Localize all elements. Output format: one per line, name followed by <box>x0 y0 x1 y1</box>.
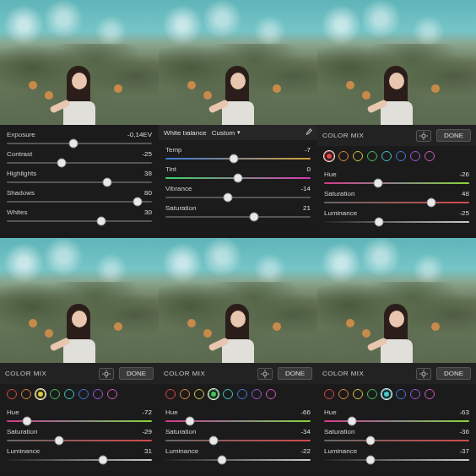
mix-controls: Hue -26 Saturation 48 Luminance -25 <box>317 165 476 233</box>
slider-value: 31 <box>144 447 152 455</box>
target-adjust-icon[interactable] <box>99 368 114 380</box>
slider-label: Hue <box>324 408 337 416</box>
preview-photo <box>0 0 159 125</box>
swatch-red[interactable] <box>324 151 334 161</box>
swatch-magenta[interactable] <box>425 151 435 161</box>
target-adjust-icon[interactable] <box>416 130 431 142</box>
slider-luminance[interactable] <box>7 456 152 464</box>
slider-value: -36 <box>459 428 469 435</box>
color-mix-title: COLOR MIX <box>322 132 364 139</box>
svg-point-0 <box>422 133 425 137</box>
swatch-purple[interactable] <box>252 389 262 399</box>
wb-mode-dropdown[interactable]: Custom ▾ <box>212 129 241 137</box>
slider-label: Contrast <box>7 150 32 158</box>
swatch-aqua[interactable] <box>381 151 392 161</box>
swatch-orange[interactable] <box>338 389 349 399</box>
swatch-yellow[interactable] <box>35 389 46 399</box>
slider-vibrance[interactable] <box>165 193 311 202</box>
panel-3: COLOR MIX DONE Hue -72 Saturation -29 Lu… <box>0 238 159 476</box>
slider-label: Luminance <box>7 447 40 455</box>
slider-value: 0 <box>307 165 311 173</box>
slider-whites[interactable] <box>7 217 152 225</box>
swatch-blue[interactable] <box>78 389 89 399</box>
done-button[interactable]: DONE <box>119 367 154 380</box>
swatch-purple[interactable] <box>410 389 420 399</box>
preview-photo <box>317 0 476 125</box>
preview-photo <box>317 238 476 363</box>
slider-saturation[interactable] <box>324 198 469 207</box>
slider-temp[interactable] <box>165 154 311 163</box>
slider-label: Saturation <box>165 204 196 212</box>
swatch-yellow[interactable] <box>194 389 204 399</box>
target-adjust-icon[interactable] <box>416 368 431 380</box>
slider-hue[interactable] <box>165 417 311 425</box>
done-button[interactable]: DONE <box>278 367 312 380</box>
preview-photo <box>159 238 317 363</box>
swatch-yellow[interactable] <box>353 151 363 161</box>
target-adjust-icon[interactable] <box>257 368 273 380</box>
slider-hue[interactable] <box>324 179 469 187</box>
slider-value: -29 <box>142 428 152 435</box>
swatch-magenta[interactable] <box>425 389 435 399</box>
swatch-orange[interactable] <box>338 151 349 161</box>
swatch-purple[interactable] <box>93 389 103 399</box>
swatch-aqua[interactable] <box>64 389 74 399</box>
slider-saturation[interactable] <box>7 436 152 445</box>
slider-label: Shadows <box>7 189 35 197</box>
slider-highlights[interactable] <box>7 178 152 187</box>
slider-label: Hue <box>324 170 337 178</box>
slider-exposure[interactable] <box>7 139 152 148</box>
swatch-aqua[interactable] <box>381 389 392 399</box>
swatch-blue[interactable] <box>396 389 406 399</box>
panel-2: COLOR MIX DONE Hue -26 Saturation 48 Lum… <box>317 0 476 238</box>
swatch-green[interactable] <box>50 389 60 399</box>
swatch-blue[interactable] <box>396 151 406 161</box>
slider-luminance[interactable] <box>324 456 469 464</box>
slider-label: Luminance <box>324 209 357 217</box>
slider-tint[interactable] <box>165 174 311 182</box>
slider-label: Whites <box>7 208 27 216</box>
slider-value: 21 <box>303 204 311 212</box>
swatch-purple[interactable] <box>410 151 420 161</box>
slider-label: Luminance <box>324 447 357 455</box>
slider-label: Exposure <box>7 131 35 138</box>
swatch-orange[interactable] <box>21 389 31 399</box>
swatch-red[interactable] <box>324 389 334 399</box>
preview-photo <box>159 0 317 125</box>
slider-value: -37 <box>459 447 469 455</box>
mix-controls: Hue -66 Saturation -34 Luminance -22 <box>159 403 317 471</box>
slider-saturation[interactable] <box>165 436 311 445</box>
swatch-green[interactable] <box>367 389 377 399</box>
slider-luminance[interactable] <box>165 456 311 464</box>
swatch-green[interactable] <box>367 151 377 161</box>
slider-contrast[interactable] <box>7 159 152 167</box>
swatch-red[interactable] <box>7 389 17 399</box>
swatch-aqua[interactable] <box>223 389 233 399</box>
swatch-red[interactable] <box>165 389 176 399</box>
slider-hue[interactable] <box>324 417 469 425</box>
done-button[interactable]: DONE <box>436 129 471 142</box>
slider-value: -66 <box>300 408 311 416</box>
swatch-yellow[interactable] <box>353 389 363 399</box>
preview-photo <box>0 238 159 363</box>
slider-saturation[interactable] <box>324 436 469 445</box>
swatch-magenta[interactable] <box>266 389 276 399</box>
slider-luminance[interactable] <box>324 218 469 226</box>
slider-saturation[interactable] <box>165 213 311 221</box>
eyedropper-icon[interactable] <box>304 128 312 137</box>
done-button[interactable]: DONE <box>436 367 471 380</box>
slider-label: Saturation <box>7 428 37 435</box>
swatch-orange[interactable] <box>180 389 190 399</box>
slider-value: -25 <box>459 209 469 217</box>
slider-hue[interactable] <box>7 417 152 425</box>
swatch-green[interactable] <box>208 389 219 399</box>
slider-value: -7 <box>305 146 311 154</box>
chevron-down-icon: ▾ <box>237 129 241 136</box>
swatch-blue[interactable] <box>237 389 247 399</box>
svg-point-5 <box>105 371 108 375</box>
swatch-magenta[interactable] <box>107 389 117 399</box>
slider-value: -0,14EV <box>127 131 152 138</box>
slider-label: Hue <box>165 408 178 416</box>
slider-shadows[interactable] <box>7 197 152 206</box>
slider-value: 30 <box>144 208 152 216</box>
